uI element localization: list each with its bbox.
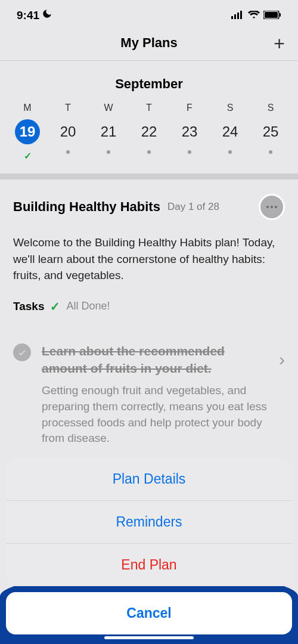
task-complete-icon	[13, 343, 31, 361]
day-column[interactable]: M19✓	[11, 103, 44, 162]
day-letter: F	[187, 103, 193, 113]
tasks-label: Tasks	[13, 300, 44, 313]
dot-icon	[66, 150, 70, 154]
day-number: 25	[258, 119, 283, 144]
day-column[interactable]: W21	[92, 103, 125, 162]
day-number: 22	[136, 119, 162, 144]
moon-icon	[42, 8, 52, 22]
end-plan-button[interactable]: End Plan	[6, 544, 292, 586]
svg-rect-0	[231, 16, 233, 19]
status-bar: 9:41	[0, 0, 298, 26]
day-column[interactable]: T20	[52, 103, 84, 162]
wifi-icon	[248, 9, 260, 22]
plan-details-button[interactable]: Plan Details	[6, 458, 292, 501]
svg-rect-2	[237, 13, 239, 19]
day-number: 20	[55, 119, 80, 144]
svg-rect-3	[240, 11, 242, 19]
task-item[interactable]: Learn about the recommended amount of fr…	[0, 328, 298, 453]
signal-icon	[231, 9, 244, 22]
day-letter: M	[23, 103, 31, 113]
svg-rect-5	[265, 12, 278, 18]
day-number: 24	[218, 119, 243, 144]
day-letter: T	[65, 103, 71, 113]
divider	[0, 174, 298, 179]
add-plan-button[interactable]: +	[274, 33, 285, 55]
chevron-right-icon: ›	[279, 349, 285, 370]
week-row: M19✓T20W21T22F23S24S25	[0, 103, 298, 174]
plan-title: Building Healthy Habits	[13, 199, 160, 215]
day-number: 19	[15, 119, 40, 144]
cancel-button[interactable]: Cancel	[6, 592, 292, 634]
dot-icon	[228, 150, 232, 154]
day-column[interactable]: S24	[214, 103, 246, 162]
home-indicator[interactable]	[104, 636, 194, 639]
day-number: 21	[96, 119, 121, 144]
svg-rect-1	[234, 14, 236, 19]
svg-rect-6	[280, 13, 281, 17]
plan-day-counter: Day 1 of 28	[167, 201, 219, 213]
battery-icon	[263, 9, 281, 22]
more-options-button[interactable]	[259, 194, 285, 220]
day-number: 23	[177, 119, 202, 144]
day-letter: T	[146, 103, 152, 113]
task-description: Getting enough fruit and vegetables, and…	[42, 383, 268, 446]
day-column[interactable]: T22	[133, 103, 165, 162]
tasks-status: All Done!	[66, 300, 110, 312]
plan-description: Welcome to the Building Healthy Habits p…	[13, 234, 285, 284]
day-column[interactable]: F23	[173, 103, 206, 162]
day-column[interactable]: S25	[254, 103, 287, 162]
day-letter: S	[227, 103, 234, 113]
check-icon: ✓	[24, 150, 32, 162]
month-label: September	[0, 61, 298, 103]
dot-icon	[147, 150, 151, 154]
plan-section: Building Healthy Habits Day 1 of 28 Welc…	[0, 179, 298, 328]
dot-icon	[269, 150, 272, 154]
check-icon: ✓	[50, 299, 60, 314]
dot-icon	[188, 150, 191, 154]
dot-icon	[107, 150, 110, 154]
status-time: 9:41	[17, 9, 39, 22]
page-title: My Plans	[0, 35, 298, 51]
header: My Plans +	[0, 26, 298, 60]
day-letter: S	[268, 103, 274, 113]
task-title: Learn about the recommended amount of fr…	[42, 342, 268, 377]
reminders-button[interactable]: Reminders	[6, 501, 292, 544]
action-sheet: Plan Details Reminders End Plan Cancel	[6, 458, 292, 634]
day-letter: W	[104, 103, 113, 113]
